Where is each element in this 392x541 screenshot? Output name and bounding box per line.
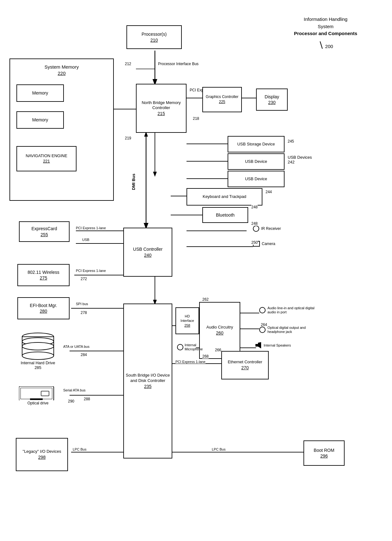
lpc-bus-text-right: LPC Bus <box>212 447 225 451</box>
svg-point-38 <box>22 352 54 360</box>
usb-device1-box: USB Device <box>228 153 285 170</box>
internal-microphone-label: Internal Microphone <box>185 343 203 351</box>
audio-linein-label: Audio line-in and optical digital audio … <box>267 306 315 314</box>
ethernet-controller-box: Ethernet Controller 270 <box>221 351 269 379</box>
ref-218: 218 <box>193 116 199 121</box>
ref-278-text: 278 <box>81 310 87 315</box>
wireless-label: 802.11 Wireless <box>28 269 59 275</box>
ref-278: 278 <box>81 310 87 315</box>
usb-device1-label: USB Device <box>245 159 267 164</box>
processor-interface-bus-label: Processor Interface Bus <box>158 62 199 66</box>
serial-ata-bus-text: Serial ATA bus <box>63 388 86 392</box>
optical-digital-out-label: Optical digital output and headphone jac… <box>267 326 306 334</box>
usb-device2-box: USB Device <box>228 171 285 187</box>
optical-digital-out-group: Optical digital output and headphone jac… <box>259 326 315 334</box>
ref-248-text: 248 <box>251 221 258 226</box>
expresscard-box: ExpressCard 255 <box>19 221 70 242</box>
audio-circuitry-label: Audio Circuitry <box>206 325 233 330</box>
memory2-label: Memory <box>32 117 48 123</box>
ref-218-text: 218 <box>193 116 199 121</box>
hd-interface-num: 258 <box>184 323 190 328</box>
ref-268-text: 268 <box>202 354 209 359</box>
speaker-icon <box>255 342 262 348</box>
bluetooth-label: Bluetooth <box>216 212 235 218</box>
ref-219-text: 219 <box>125 136 131 140</box>
audio-circuitry-num: 260 <box>216 330 223 336</box>
usb-storage-num-text: 245 <box>288 139 294 144</box>
ref-212: 212 <box>125 62 131 66</box>
microphone-icon <box>177 344 183 350</box>
spi-bus-label: SPI bus <box>76 302 88 306</box>
legacy-io-box: "Legacy" I/O Devices 298 <box>16 438 68 471</box>
svg-marker-35 <box>258 342 261 348</box>
spi-bus-text: SPI bus <box>76 302 88 306</box>
ref-272: 272 <box>81 277 87 281</box>
pci-express-1lane-text-1: PCI Express 1-lane <box>76 226 106 230</box>
memory1-label: Memory <box>32 90 48 96</box>
internal-hd-label: Internal Hard Drive <box>21 360 55 365</box>
ref-272-text: 272 <box>81 277 87 281</box>
usb-devices-group-text: USB Devices <box>288 155 312 160</box>
ref-262-text: 262 <box>202 297 209 302</box>
south-bridge-box: South Bridge I/O Device and Disk Control… <box>123 304 172 458</box>
ethernet-controller-num: 270 <box>241 365 248 371</box>
ref-266: 266 <box>215 348 221 352</box>
efi-boot-mgr-label: EFI-Boot Mgr. <box>30 303 57 308</box>
processor-label: Processor(s) <box>142 31 167 37</box>
internal-speakers-label: Internal Speakers <box>264 343 291 347</box>
memory1-box: Memory <box>16 84 64 102</box>
usb-label-1: USB <box>82 238 89 242</box>
processor-box: Processor(s) 210 <box>126 25 182 49</box>
keyboard-trackpad-box: Keyboard and Trackpad <box>187 188 262 206</box>
ref-246: 248 <box>251 205 258 209</box>
nav-engine-label: NAVIGATION ENGINE <box>26 153 67 159</box>
ir-receiver-group: IR Receiver <box>253 225 281 232</box>
ref-262: 262 <box>202 297 209 302</box>
nav-engine-num: 221 <box>43 159 50 164</box>
boot-rom-box: Boot ROM 296 <box>303 440 345 466</box>
ref-288: 288 <box>84 397 90 401</box>
system-memory-num: 220 <box>45 70 79 77</box>
ir-receiver-icon <box>253 225 259 232</box>
ref-244: 244 <box>266 190 272 194</box>
ref-284: 284 <box>81 353 87 357</box>
internal-speakers-group: Internal Speakers <box>255 342 291 348</box>
usb-text-1: USB <box>82 238 89 242</box>
legacy-io-label: "Legacy" I/O Devices <box>23 449 61 454</box>
serial-ata-bus-label: Serial ATA bus <box>63 388 86 392</box>
hd-interface-box: HD Interface 258 <box>175 307 199 334</box>
ref-212-text: 212 <box>125 62 131 66</box>
usb-devices-group-num: 242 <box>288 160 312 164</box>
ref-246-text: 248 <box>251 205 258 209</box>
ir-receiver-label: IR Receiver <box>261 226 281 231</box>
ref-266-text: 266 <box>215 348 221 352</box>
ref-250: 250 <box>251 240 258 245</box>
lpc-bus-label-left: LPC Bus <box>73 447 86 451</box>
wireless-box: 802.11 Wireless 275 <box>17 264 70 286</box>
dmi-bus-text: DMI Bus <box>131 174 136 190</box>
boot-rom-num: 296 <box>320 453 328 459</box>
graphics-controller-box: Graphics Controller 225 <box>202 87 242 112</box>
display-box: Display 230 <box>256 89 288 111</box>
memory2-box: Memory <box>16 111 64 129</box>
optical-drive-svg <box>19 386 57 400</box>
usb-controller-label: USB Controller <box>133 246 162 252</box>
svg-point-40 <box>22 342 54 350</box>
pci-express-1lane-text-2: PCI Express 1-lane <box>76 269 106 273</box>
optical-drive-icon: Optical drive <box>19 386 57 405</box>
ethernet-controller-label: Ethernet Controller <box>228 360 262 365</box>
north-bridge-box: North Bridge Memory Controller 215 <box>136 84 187 133</box>
display-label: Display <box>265 94 279 100</box>
cylinder-svg <box>21 332 55 364</box>
bluetooth-box: Bluetooth <box>202 207 248 223</box>
keyboard-trackpad-label: Keyboard and Trackpad <box>203 194 246 200</box>
diagram-container: Information Handling System Processor an… <box>0 0 392 541</box>
ata-uata-bus-label: ATA or UATA bus <box>63 345 89 348</box>
ref-288-text: 288 <box>84 397 90 401</box>
ref-248: 248 <box>251 221 258 226</box>
pci-express-1lane-label-1: PCI Express 1-lane <box>76 226 106 230</box>
efi-boot-mgr-num: 280 <box>40 308 47 314</box>
efi-boot-mgr-box: EFI-Boot Mgr. 280 <box>17 297 70 319</box>
title-line2: System <box>285 23 367 30</box>
usb-controller-box: USB Controller 240 <box>123 228 172 277</box>
